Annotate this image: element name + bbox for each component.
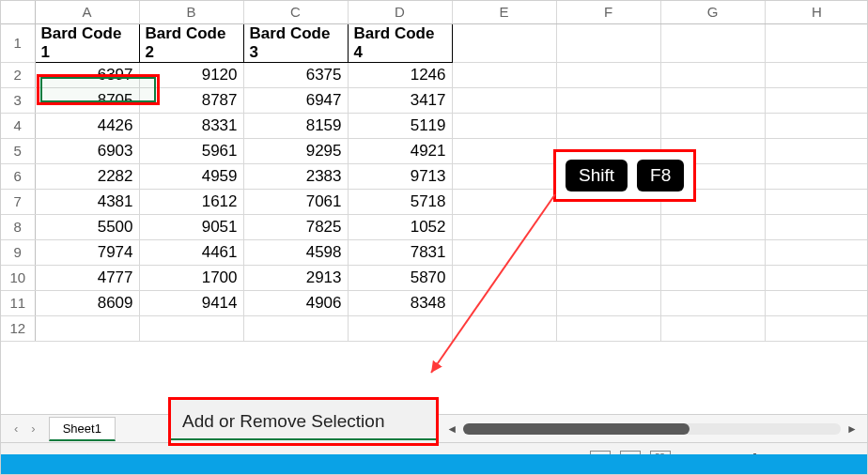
row-header-9[interactable]: 9 xyxy=(1,239,35,265)
cell-A5[interactable]: 6903 xyxy=(35,138,139,163)
cell-C9[interactable]: 4598 xyxy=(243,239,348,265)
cell-C5[interactable]: 9295 xyxy=(243,138,348,163)
cell-B7[interactable]: 1612 xyxy=(139,189,243,214)
cell-B3[interactable]: 8787 xyxy=(139,87,243,113)
annotation-keyboard-shortcut: Shift F8 xyxy=(553,149,696,202)
cell-B9[interactable]: 4461 xyxy=(139,239,243,265)
cell-A1[interactable]: Bard Code 1 xyxy=(35,23,139,62)
cell-E1[interactable] xyxy=(452,23,556,62)
cell-G1[interactable] xyxy=(660,23,765,62)
scrollbar-thumb[interactable] xyxy=(463,423,690,435)
cell-A6[interactable]: 2282 xyxy=(35,163,139,189)
row-header-7[interactable]: 7 xyxy=(1,189,35,214)
cell-A9[interactable]: 7974 xyxy=(35,239,139,265)
worksheet-grid[interactable]: A B C D E F G H 1 Bard Code 1 Bard Code … xyxy=(1,1,867,414)
cell-B4[interactable]: 8331 xyxy=(139,113,243,138)
col-header-C[interactable]: C xyxy=(243,1,348,23)
annotation-status-mode-callout: Add or Remove Selection xyxy=(168,397,439,446)
cell-C3[interactable]: 6947 xyxy=(243,87,348,113)
scroll-right-icon[interactable]: ► xyxy=(846,422,858,436)
cell-A2[interactable]: 6397 xyxy=(35,62,139,87)
cell-B10[interactable]: 1700 xyxy=(139,265,243,290)
taskbar-slice xyxy=(1,454,867,475)
col-header-H[interactable]: H xyxy=(765,1,867,23)
cell-A4[interactable]: 4426 xyxy=(35,113,139,138)
key-shift: Shift xyxy=(566,160,628,192)
cell-H1[interactable] xyxy=(765,23,867,62)
cell-F1[interactable] xyxy=(556,23,660,62)
key-f8: F8 xyxy=(637,160,684,192)
cell-D4[interactable]: 5119 xyxy=(348,113,452,138)
row-header-2[interactable]: 2 xyxy=(1,62,35,87)
cell-A8[interactable]: 5500 xyxy=(35,214,139,239)
cell-C1[interactable]: Bard Code 3 xyxy=(243,23,348,62)
col-header-B[interactable]: B xyxy=(139,1,243,23)
row-header-3[interactable]: 3 xyxy=(1,87,35,113)
col-header-E[interactable]: E xyxy=(452,1,556,23)
cell-A10[interactable]: 4777 xyxy=(35,265,139,290)
cell-D9[interactable]: 7831 xyxy=(348,239,452,265)
cell-C6[interactable]: 2383 xyxy=(243,163,348,189)
cell-B5[interactable]: 5961 xyxy=(139,138,243,163)
row-header-12[interactable]: 12 xyxy=(1,315,35,341)
tab-nav-next-icon[interactable]: › xyxy=(31,421,35,436)
row-header-10[interactable]: 10 xyxy=(1,265,35,290)
cell-B8[interactable]: 9051 xyxy=(139,214,243,239)
cell-C4[interactable]: 8159 xyxy=(243,113,348,138)
cell-D5[interactable]: 4921 xyxy=(348,138,452,163)
cell-B6[interactable]: 4959 xyxy=(139,163,243,189)
scroll-left-icon[interactable]: ◄ xyxy=(446,422,457,436)
cell-C2[interactable]: 6375 xyxy=(243,62,348,87)
row-header-1[interactable]: 1 xyxy=(1,23,35,62)
cell-C11[interactable]: 4906 xyxy=(243,290,348,315)
row-header-8[interactable]: 8 xyxy=(1,214,35,239)
cell-D8[interactable]: 1052 xyxy=(348,214,452,239)
row-header-6[interactable]: 6 xyxy=(1,163,35,189)
cell-B1[interactable]: Bard Code 2 xyxy=(139,23,243,62)
col-header-A[interactable]: A xyxy=(35,1,139,23)
select-all-corner[interactable] xyxy=(1,1,35,23)
horizontal-scrollbar[interactable]: ◄ ► xyxy=(446,422,867,436)
sheet-tab-sheet1[interactable]: Sheet1 xyxy=(49,417,116,441)
cell-A7[interactable]: 4381 xyxy=(35,189,139,214)
tab-nav-prev-icon[interactable]: ‹ xyxy=(14,421,18,436)
cell-B2[interactable]: 9120 xyxy=(139,62,243,87)
row-header-4[interactable]: 4 xyxy=(1,113,35,138)
cell-D6[interactable]: 9713 xyxy=(348,163,452,189)
cell-D2[interactable]: 1246 xyxy=(348,62,452,87)
cell-D7[interactable]: 5718 xyxy=(348,189,452,214)
cell-D11[interactable]: 8348 xyxy=(348,290,452,315)
cell-A11[interactable]: 8609 xyxy=(35,290,139,315)
cell-D1[interactable]: Bard Code 4 xyxy=(348,23,452,62)
col-header-F[interactable]: F xyxy=(556,1,660,23)
cell-C10[interactable]: 2913 xyxy=(243,265,348,290)
cell-A3[interactable]: 8705 xyxy=(35,87,139,113)
cell-B11[interactable]: 9414 xyxy=(139,290,243,315)
scrollbar-track[interactable] xyxy=(463,423,841,435)
col-header-D[interactable]: D xyxy=(348,1,452,23)
row-header-5[interactable]: 5 xyxy=(1,138,35,163)
cell-D10[interactable]: 5870 xyxy=(348,265,452,290)
cell-C8[interactable]: 7825 xyxy=(243,214,348,239)
col-header-G[interactable]: G xyxy=(660,1,765,23)
cell-C7[interactable]: 7061 xyxy=(243,189,348,214)
cell-D3[interactable]: 3417 xyxy=(348,87,452,113)
row-header-11[interactable]: 11 xyxy=(1,290,35,315)
status-mode-text: Add or Remove Selection xyxy=(182,411,384,432)
